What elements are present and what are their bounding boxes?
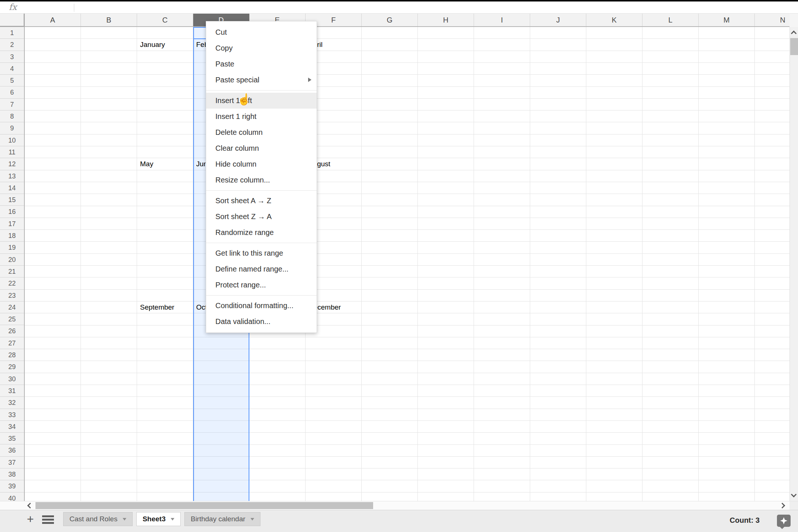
formula-bar-divider — [74, 4, 74, 12]
row-header-35[interactable]: 35 — [0, 433, 24, 444]
row-header-7[interactable]: 7 — [0, 99, 24, 110]
row-header-15[interactable]: 15 — [0, 194, 24, 206]
gridline-horizontal — [25, 409, 790, 409]
menu-item-sort-sheet-a-z[interactable]: Sort sheet A → Z — [206, 193, 317, 209]
tab-dropdown-arrow-icon[interactable] — [250, 518, 254, 521]
menu-item-hide-column[interactable]: Hide column — [206, 156, 317, 172]
gridline-horizontal — [25, 325, 790, 325]
menu-item-sort-sheet-z-a[interactable]: Sort sheet Z → A — [206, 209, 317, 225]
column-header-I[interactable]: I — [474, 14, 530, 26]
column-header-B[interactable]: B — [81, 14, 137, 26]
sheet-tab-cast-and-roles[interactable]: Cast and Roles — [63, 512, 133, 526]
column-header-H[interactable]: H — [418, 14, 474, 26]
explore-button[interactable] — [777, 515, 791, 527]
row-header-11[interactable]: 11 — [0, 146, 24, 158]
row-header-20[interactable]: 20 — [0, 254, 24, 266]
row-header-9[interactable]: 9 — [0, 122, 24, 134]
menu-item-data-validation[interactable]: Data validation... — [206, 314, 317, 330]
menu-item-paste[interactable]: Paste — [206, 56, 317, 72]
row-header-37[interactable]: 37 — [0, 457, 24, 468]
cell-C2[interactable]: January — [137, 39, 165, 51]
row-header-33[interactable]: 33 — [0, 409, 24, 421]
menu-item-clear-column[interactable]: Clear column — [206, 140, 317, 156]
gridline-horizontal — [25, 420, 790, 421]
row-header-19[interactable]: 19 — [0, 242, 24, 253]
row-header-25[interactable]: 25 — [0, 313, 24, 325]
row-headers: 1234567891011121314151617181920212223242… — [0, 27, 25, 501]
horizontal-scrollbar-thumb[interactable] — [35, 502, 373, 509]
menu-item-cut[interactable]: Cut — [206, 24, 317, 40]
column-header-J[interactable]: J — [530, 14, 586, 26]
menu-item-paste-special[interactable]: Paste special — [206, 72, 317, 88]
tab-dropdown-arrow-icon[interactable] — [123, 518, 126, 521]
menu-item-delete-column[interactable]: Delete column — [206, 125, 317, 140]
row-header-4[interactable]: 4 — [0, 63, 24, 75]
row-header-16[interactable]: 16 — [0, 206, 24, 218]
row-header-28[interactable]: 28 — [0, 349, 24, 361]
vertical-scrollbar-thumb[interactable] — [790, 38, 798, 55]
row-header-23[interactable]: 23 — [0, 290, 24, 301]
scroll-right-icon[interactable] — [780, 503, 785, 509]
row-header-30[interactable]: 30 — [0, 373, 24, 385]
gridline-horizontal — [25, 349, 790, 349]
row-header-5[interactable]: 5 — [0, 75, 24, 86]
menu-item-protect-range[interactable]: Protect range... — [206, 277, 317, 293]
vertical-scrollbar[interactable] — [790, 27, 798, 501]
row-header-36[interactable]: 36 — [0, 444, 24, 456]
row-header-29[interactable]: 29 — [0, 361, 24, 373]
menu-item-define-named-range[interactable]: Define named range... — [206, 261, 317, 277]
all-sheets-menu-icon[interactable] — [42, 515, 54, 525]
row-header-12[interactable]: 12 — [0, 158, 24, 170]
column-header-N[interactable]: N — [755, 14, 790, 26]
scroll-up-icon[interactable] — [791, 31, 797, 37]
cell-C12[interactable]: May — [137, 158, 153, 170]
row-header-6[interactable]: 6 — [0, 86, 24, 98]
row-header-18[interactable]: 18 — [0, 230, 24, 242]
menu-item-insert-1-right[interactable]: Insert 1 right — [206, 109, 317, 125]
tab-dropdown-arrow-icon[interactable] — [171, 518, 174, 521]
add-sheet-button[interactable]: + — [24, 512, 37, 526]
row-header-10[interactable]: 10 — [0, 134, 24, 146]
grid[interactable]: JanuaryFebruaryAprilMayJuneAugustSeptemb… — [25, 27, 790, 501]
submenu-arrow-icon — [308, 78, 311, 82]
formula-input[interactable] — [78, 1, 794, 13]
row-header-24[interactable]: 24 — [0, 301, 24, 313]
row-header-31[interactable]: 31 — [0, 385, 24, 397]
row-header-8[interactable]: 8 — [0, 110, 24, 122]
row-header-1[interactable]: 1 — [0, 27, 24, 39]
menu-item-resize-column[interactable]: Resize column... — [206, 172, 317, 188]
row-header-39[interactable]: 39 — [0, 480, 24, 492]
sheet-tab-sheet3[interactable]: Sheet3 — [136, 512, 181, 526]
row-header-21[interactable]: 21 — [0, 266, 24, 277]
menu-item-copy[interactable]: Copy — [206, 40, 317, 56]
menu-item-conditional-formatting[interactable]: Conditional formatting... — [206, 298, 317, 314]
column-header-C[interactable]: C — [137, 14, 193, 26]
sheet-tab-birthday-calendar[interactable]: Birthday calendar — [184, 512, 260, 526]
row-header-2[interactable]: 2 — [0, 39, 24, 51]
row-header-38[interactable]: 38 — [0, 468, 24, 480]
column-header-A[interactable]: A — [25, 14, 81, 26]
row-header-26[interactable]: 26 — [0, 325, 24, 337]
horizontal-scrollbar[interactable] — [0, 501, 798, 510]
row-header-32[interactable]: 32 — [0, 397, 24, 409]
column-header-L[interactable]: L — [642, 14, 699, 26]
select-all-corner[interactable] — [0, 14, 25, 27]
row-header-17[interactable]: 17 — [0, 218, 24, 230]
row-header-40[interactable]: 40 — [0, 492, 24, 501]
spreadsheet-app: fx ABCDEFGHIJKLMN 1234567891011121314151… — [0, 0, 798, 532]
row-header-13[interactable]: 13 — [0, 170, 24, 182]
menu-item-randomize-range[interactable]: Randomize range — [206, 225, 317, 241]
scroll-left-icon[interactable] — [27, 503, 33, 509]
row-header-14[interactable]: 14 — [0, 182, 24, 194]
menu-item-insert-1-left[interactable]: Insert 1 left — [206, 93, 317, 109]
column-header-M[interactable]: M — [699, 14, 755, 26]
row-header-34[interactable]: 34 — [0, 421, 24, 433]
menu-item-get-link-to-this-range[interactable]: Get link to this range — [206, 245, 317, 261]
scroll-down-icon[interactable] — [791, 492, 797, 498]
column-header-G[interactable]: G — [362, 14, 418, 26]
row-header-27[interactable]: 27 — [0, 337, 24, 349]
row-header-3[interactable]: 3 — [0, 51, 24, 63]
row-header-22[interactable]: 22 — [0, 277, 24, 289]
column-header-K[interactable]: K — [586, 14, 642, 26]
cell-C24[interactable]: September — [137, 301, 174, 313]
